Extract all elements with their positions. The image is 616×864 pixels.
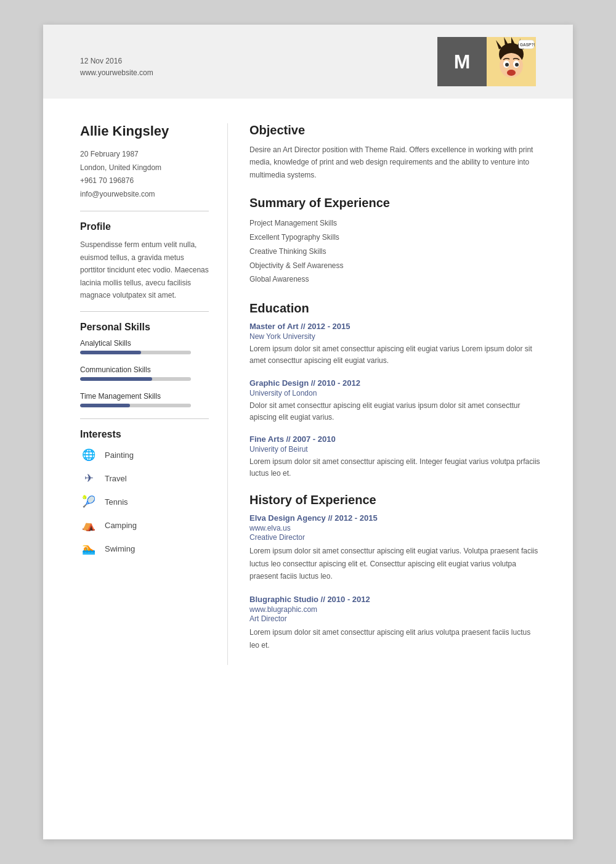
person-name: Allie Kingsley <box>80 123 209 139</box>
initial-block: M <box>437 37 487 86</box>
edu-institution: University of London <box>249 389 542 397</box>
person-location: London, United Kingdom <box>80 161 209 175</box>
skill-bar-fill <box>80 351 141 354</box>
exp-company: Blugraphic Studio // 2010 - 2012 <box>249 595 542 604</box>
contact-info: 20 February 1987 London, United Kingdom … <box>80 148 209 201</box>
header-photos: M <box>437 37 536 86</box>
person-phone: +961 70 196876 <box>80 174 209 188</box>
education-title: Education <box>249 301 542 316</box>
interest-label: Camping <box>105 521 137 530</box>
interest-icon: 🏊 <box>80 540 97 557</box>
edu-institution: New York University <box>249 332 542 341</box>
exp-role: Art Director <box>249 614 542 623</box>
summary-list: Project Management SkillsExcellent Typog… <box>249 216 542 287</box>
exp-description: Lorem ipsum dolor sit amet consecttur ap… <box>249 545 542 582</box>
exp-role: Creative Director <box>249 533 542 542</box>
skill-bar-fill <box>80 404 130 407</box>
interests-title: Interests <box>80 429 209 440</box>
summary-item: Excellent Typography Skills <box>249 230 542 245</box>
left-column: Allie Kingsley 20 February 1987 London, … <box>80 123 228 665</box>
interest-icon: ✈ <box>80 470 97 487</box>
skills-title: Personal Skills <box>80 322 209 333</box>
interest-label: Painting <box>105 450 134 460</box>
exp-description: Lorem ipsum dolor sit amet consecttur ap… <box>249 626 542 651</box>
interest-item: 🏊 Swiming <box>80 540 209 557</box>
summary-title: Summary of Experience <box>249 196 542 210</box>
skill-bar <box>80 377 191 381</box>
exp-company: Elva Design Agency // 2012 - 2015 <box>249 513 542 523</box>
right-column: Objective Desire an Art Director positio… <box>228 123 542 665</box>
person-dob: 20 February 1987 <box>80 148 209 161</box>
skills-list: Analytical Skills Communication Skills T… <box>80 339 209 407</box>
education-entry: Master of Art // 2012 - 2015 New York Un… <box>249 322 542 367</box>
skill-bar <box>80 351 191 354</box>
interest-label: Travel <box>105 474 127 483</box>
skill-label: Analytical Skills <box>80 339 209 348</box>
edu-description: Dolor sit amet consecttur apiscing elit … <box>249 400 542 423</box>
experience-entry: Blugraphic Studio // 2010 - 2012 www.blu… <box>249 595 542 651</box>
education-entry: Graphic Design // 2010 - 2012 University… <box>249 378 542 423</box>
history-section: History of Experience Elva Design Agency… <box>249 493 542 651</box>
profile-text: Suspendisse ferm entum velit nulla, euis… <box>80 238 209 301</box>
interest-label: Swiming <box>105 544 135 553</box>
divider-2 <box>80 311 209 312</box>
interest-label: Tennis <box>105 497 128 507</box>
history-entries: Elva Design Agency // 2012 - 2015 www.el… <box>249 513 542 651</box>
edu-description: Lorem ipsum dolor sit amet consecttur ap… <box>249 343 542 367</box>
education-section: Education Master of Art // 2012 - 2015 N… <box>249 301 542 479</box>
skill-bar <box>80 404 191 407</box>
interest-item: 🎾 Tennis <box>80 493 209 510</box>
edu-degree: Graphic Design // 2010 - 2012 <box>249 378 542 388</box>
summary-item: Project Management Skills <box>249 216 542 230</box>
header-website: www.yourwebsite.com <box>80 67 153 79</box>
summary-item: Objectivity & Self Awareness <box>249 259 542 273</box>
summary-section: Summary of Experience Project Management… <box>249 196 542 287</box>
skill-label: Time Management Skills <box>80 392 209 401</box>
person-email: info@yourwebsite.com <box>80 188 209 202</box>
skill-item: Communication Skills <box>80 365 209 381</box>
education-entries: Master of Art // 2012 - 2015 New York Un… <box>249 322 542 479</box>
objective-text: Desire an Art Director position with The… <box>249 144 542 181</box>
avatar-illustration: GASP?! <box>487 37 536 86</box>
objective-title: Objective <box>249 123 542 137</box>
main-content: Allie Kingsley 20 February 1987 London, … <box>43 99 573 696</box>
svg-point-10 <box>505 63 509 67</box>
svg-point-11 <box>515 63 519 67</box>
summary-item: Creative Thinking Skills <box>249 245 542 259</box>
objective-section: Objective Desire an Art Director positio… <box>249 123 542 181</box>
divider-3 <box>80 418 209 419</box>
experience-entry: Elva Design Agency // 2012 - 2015 www.el… <box>249 513 542 582</box>
interest-item: 🌐 Painting <box>80 446 209 463</box>
edu-degree: Master of Art // 2012 - 2015 <box>249 322 542 331</box>
header-date: 12 Nov 2016 <box>80 55 153 67</box>
svg-text:GASP?!: GASP?! <box>520 43 535 47</box>
interest-icon: ⛺ <box>80 516 97 534</box>
skill-item: Time Management Skills <box>80 392 209 407</box>
divider-1 <box>80 211 209 211</box>
history-title: History of Experience <box>249 493 542 507</box>
edu-degree: Fine Arts // 2007 - 2010 <box>249 434 542 444</box>
header-meta: 12 Nov 2016 www.yourwebsite.com <box>80 37 153 79</box>
interest-icon: 🌐 <box>80 446 97 463</box>
summary-item: Global Awareness <box>249 272 542 287</box>
interest-item: ✈ Travel <box>80 470 209 487</box>
skill-bar-fill <box>80 377 152 381</box>
interest-item: ⛺ Camping <box>80 516 209 534</box>
edu-description: Lorem ipsum dolor sit amet consecttur ap… <box>249 456 542 479</box>
resume-page: 12 Nov 2016 www.yourwebsite.com M <box>43 25 573 839</box>
skill-item: Analytical Skills <box>80 339 209 354</box>
interests-list: 🌐 Painting ✈ Travel 🎾 Tennis ⛺ Camping 🏊… <box>80 446 209 557</box>
header-section: 12 Nov 2016 www.yourwebsite.com M <box>43 25 573 99</box>
edu-institution: Univerity of Beirut <box>249 445 542 454</box>
skill-label: Communication Skills <box>80 365 209 374</box>
avatar-block: GASP?! <box>487 37 536 86</box>
profile-title: Profile <box>80 221 209 232</box>
exp-url: www.elva.us <box>249 524 542 532</box>
interest-icon: 🎾 <box>80 493 97 510</box>
exp-url: www.blugraphic.com <box>249 605 542 614</box>
education-entry: Fine Arts // 2007 - 2010 Univerity of Be… <box>249 434 542 479</box>
